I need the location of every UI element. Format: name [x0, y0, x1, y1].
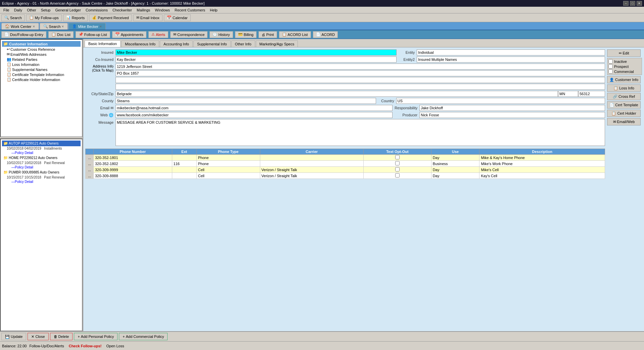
- doc-followup-entry-button[interactable]: 📄 Doc/Follow-up Entry: [1, 31, 46, 38]
- calendar-icon: 📅: [167, 15, 172, 20]
- tab-other-info[interactable]: Other Info: [231, 40, 255, 47]
- address2-input[interactable]: [116, 70, 605, 76]
- calendar-button[interactable]: 📅 Calendar: [164, 14, 191, 21]
- tab-mike-becker[interactable]: 👤 Mike Becker ✕: [68, 23, 106, 30]
- minimize-button[interactable]: −: [623, 1, 629, 6]
- acord-list-button[interactable]: 📋 ACORD List: [279, 31, 311, 38]
- web-input[interactable]: [116, 112, 393, 118]
- customer-info-icon: 👤: [609, 78, 614, 82]
- prospect-checkbox[interactable]: [608, 64, 613, 69]
- tree-supplemental-names[interactable]: 📋 Supplemental Names: [2, 67, 81, 72]
- tree-pumbr-policy-detail[interactable]: —Policy Detail: [2, 180, 81, 184]
- menu-mailings[interactable]: Mailings: [135, 7, 152, 13]
- doc-list-button[interactable]: 📋 Doc List: [48, 31, 74, 38]
- tree-home-policy-detail[interactable]: —Policy Detail: [2, 165, 81, 169]
- city-input[interactable]: [116, 91, 558, 97]
- search-close-icon[interactable]: ✕: [61, 25, 64, 28]
- cert-template-button[interactable]: 📄 Cert Template: [607, 101, 641, 109]
- history-button[interactable]: 🕐 History: [210, 31, 233, 38]
- tree-autop-policy-detail[interactable]: —Policy Detail: [2, 151, 81, 155]
- state-input[interactable]: [558, 91, 578, 97]
- check-followup-status: Check Follow-ups!: [67, 343, 104, 349]
- county-input[interactable]: [116, 98, 376, 104]
- menu-daily[interactable]: Daily: [12, 7, 24, 13]
- zip-input[interactable]: [578, 91, 605, 97]
- tree-cert-holder[interactable]: 📋 Certificate Holder Information: [2, 77, 81, 82]
- email-inbox-button[interactable]: ✉ Email Inbox: [133, 14, 163, 21]
- print-button[interactable]: 🖨 Print: [259, 31, 277, 38]
- update-button[interactable]: 💾 Update: [1, 333, 26, 340]
- billing-button[interactable]: 💳 Billing: [235, 31, 257, 38]
- inactive-checkbox[interactable]: [608, 59, 613, 64]
- menu-recent-customers[interactable]: Recent Customers: [173, 7, 207, 13]
- tree-related-parties[interactable]: 👥 Related Parties: [2, 57, 81, 62]
- producer-input[interactable]: [419, 112, 605, 118]
- entity2-input[interactable]: [417, 56, 605, 63]
- address3-input[interactable]: [116, 77, 605, 83]
- tab-work-center[interactable]: 🏠 Work Center ✕: [1, 23, 39, 30]
- tab-marketing-agy-specs[interactable]: Marketing/Agy Specs: [256, 40, 298, 47]
- tree-cert-template[interactable]: 📋 Certificate Template Information: [2, 72, 81, 77]
- followup-list-button[interactable]: 📌 Follow-up List: [76, 31, 110, 38]
- add-personal-policy-button[interactable]: + Add Personal Policy: [74, 333, 118, 340]
- commercial-checkbox[interactable]: [608, 69, 613, 74]
- my-followups-button[interactable]: 📋 My Follow-ups: [26, 14, 62, 21]
- work-center-close-icon[interactable]: ✕: [33, 25, 35, 28]
- close-button[interactable]: ✕: [637, 1, 642, 6]
- tree-pumbr-dates: 10/15/2017 10/15/2018 Past Renewal: [2, 175, 81, 180]
- tree-email-web[interactable]: ✉ Email/Web Addresses: [2, 52, 81, 57]
- cell-phone: 320-352-1801: [94, 155, 172, 161]
- tree-policy-home[interactable]: 📁 HOME PP2299212 Auto Owners: [2, 155, 81, 161]
- tab-miscellaneous-info[interactable]: Miscellaneous Info: [121, 40, 159, 47]
- add-commercial-policy-button[interactable]: + Add Commercial Policy: [119, 333, 168, 340]
- tree-autop-dates: 10/02/2018 04/02/2019 Installments: [2, 146, 81, 151]
- email-icon: ✉: [136, 15, 139, 20]
- menu-commissions[interactable]: Commissions: [84, 7, 110, 13]
- menu-other[interactable]: Other: [25, 7, 38, 13]
- tree-customer-cross-ref[interactable]: ↩ Customer Cross Reference: [2, 47, 81, 52]
- right-buttons-panel: ✏ Edit Inactive Prospect Commercial: [607, 49, 642, 329]
- edit-button[interactable]: ✏ Edit: [607, 49, 641, 57]
- correspondence-button[interactable]: ✉ Correspondence: [170, 31, 208, 38]
- loss-info-button[interactable]: 📋 Loss Info: [607, 84, 641, 92]
- acord-button[interactable]: 📄 ACORD: [313, 31, 338, 38]
- country-input[interactable]: [396, 98, 605, 104]
- entity-input[interactable]: [417, 49, 605, 55]
- tree-loss-info[interactable]: 📋 Loss Information: [2, 62, 81, 67]
- tab-basic-information[interactable]: Basic Information: [85, 40, 121, 47]
- title-text: Eclipse - Agency - 01 - North American A…: [2, 1, 204, 5]
- search-button[interactable]: 🔍 Search: [1, 14, 25, 21]
- address1-input[interactable]: [116, 64, 605, 70]
- appointments-button[interactable]: 📅 Appointments: [112, 31, 146, 38]
- menu-file[interactable]: File: [1, 7, 11, 13]
- tab-accounting-info[interactable]: Accounting Info: [160, 40, 193, 47]
- alerts-button[interactable]: ⚠ Alerts: [148, 31, 168, 38]
- tab-search[interactable]: 🔍 Search ✕: [40, 23, 68, 30]
- cell-type: Cell: [196, 167, 260, 173]
- tree-policy-pumbr[interactable]: 📁 PUMBR 000U89885 Auto Owners: [2, 169, 81, 175]
- tab-supplemental-info[interactable]: Supplemental Info: [193, 40, 231, 47]
- email-web-button[interactable]: ✉ Email/Web: [607, 118, 641, 125]
- menu-checkwriter[interactable]: Checkwriter: [110, 7, 134, 13]
- close-bottom-button[interactable]: ✕ Close: [28, 333, 48, 340]
- menu-setup[interactable]: Setup: [39, 7, 53, 13]
- menu-general-ledger[interactable]: General Ledger: [53, 7, 83, 13]
- cert-holder-button[interactable]: 📋 Cert Holder: [607, 110, 641, 117]
- payment-received-button[interactable]: 💰 Payment Received: [89, 14, 132, 21]
- maximize-button[interactable]: □: [630, 1, 635, 6]
- address4-input[interactable]: [116, 84, 605, 90]
- responsibility-label: Responsibility: [393, 106, 419, 110]
- tree-policy-autop[interactable]: 📁 AUTOP AP2299121 Auto Owners: [2, 141, 81, 146]
- message-textarea[interactable]: MESSAGE AREA FOR CUSTOMER SERVICE & MARK…: [116, 119, 605, 146]
- responsibility-input[interactable]: [419, 105, 605, 111]
- reports-button[interactable]: 📊 Reports: [63, 14, 88, 21]
- delete-button[interactable]: 🗑 Delete: [50, 333, 73, 340]
- insured-input[interactable]: [116, 49, 397, 55]
- customer-info-button[interactable]: 👤 Customer Info: [607, 76, 641, 83]
- menu-help[interactable]: Help: [208, 7, 220, 13]
- email-input[interactable]: [116, 105, 393, 111]
- mike-becker-close-icon[interactable]: ✕: [99, 25, 102, 28]
- cross-ref-button[interactable]: 🔗 Cross Ref: [607, 93, 641, 100]
- co-insured-input[interactable]: [116, 56, 397, 63]
- menu-windows[interactable]: Windows: [153, 7, 172, 13]
